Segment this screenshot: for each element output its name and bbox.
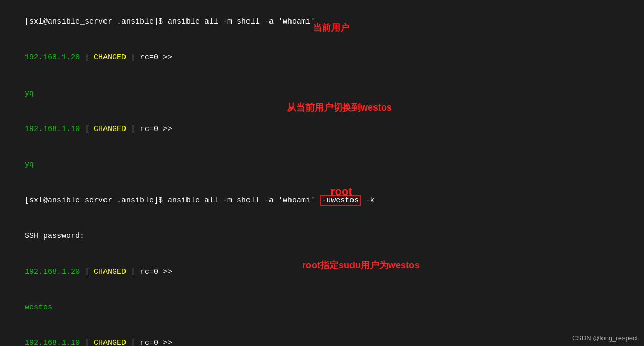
ssh-password-text: SSH password: xyxy=(25,232,85,241)
ip-addr-3: 192.168.1.20 xyxy=(25,268,80,276)
output-line-10: 192.168.1.10 | CHANGED | rc=0 >> xyxy=(6,326,638,346)
rc-4: | rc=0 >> xyxy=(126,339,172,346)
output-line-2: 192.168.1.20 | CHANGED | rc=0 >> xyxy=(6,40,638,76)
terminal-window: [sxl@ansible_server .ansible]$ ansible a… xyxy=(0,0,644,346)
output-line-4: 192.168.1.10 | CHANGED | rc=0 >> xyxy=(6,111,638,147)
ip-addr-2: 192.168.1.10 xyxy=(25,125,80,134)
rc-1: | rc=0 >> xyxy=(126,53,172,62)
result-2: yq xyxy=(25,160,34,169)
rc-2: | rc=0 >> xyxy=(126,125,172,134)
prompt-2: [sxl@ansible_server .ansible]$ xyxy=(25,196,168,205)
annotation-switch-user: 从当前用户切换到westos xyxy=(287,101,392,114)
ip-addr-4: 192.168.1.10 xyxy=(25,339,80,346)
status-4: CHANGED xyxy=(94,339,126,346)
cmd-1: ansible all -m shell -a 'whoami' xyxy=(168,17,315,26)
annotation-current-user: 当前用户 xyxy=(313,21,349,34)
result-line-3: westos xyxy=(6,290,638,326)
command-line-6: [sxl@ansible_server .ansible]$ ansible a… xyxy=(6,183,638,219)
status-2: CHANGED xyxy=(94,125,126,134)
status-1: CHANGED xyxy=(94,53,126,62)
sep-2: | xyxy=(80,125,94,134)
sep-3: | xyxy=(80,268,94,276)
annotation-root: root xyxy=(330,185,352,199)
ssh-password-line: SSH password: xyxy=(6,219,638,254)
prompt-1: [sxl@ansible_server .ansible]$ xyxy=(25,17,168,26)
sep-1: | xyxy=(80,53,94,62)
rc-3: | rc=0 >> xyxy=(126,268,172,276)
result-1: yq xyxy=(25,89,34,98)
result-line-2: yq xyxy=(6,147,638,183)
result-3: westos xyxy=(25,303,52,312)
annotation-become-user: root指定sudu用户为westos xyxy=(302,259,420,271)
csdn-watermark: CSDN @long_respect xyxy=(572,334,638,342)
ip-addr-1: 192.168.1.20 xyxy=(25,53,80,62)
status-3: CHANGED xyxy=(94,268,126,276)
sep-4: | xyxy=(80,339,94,346)
